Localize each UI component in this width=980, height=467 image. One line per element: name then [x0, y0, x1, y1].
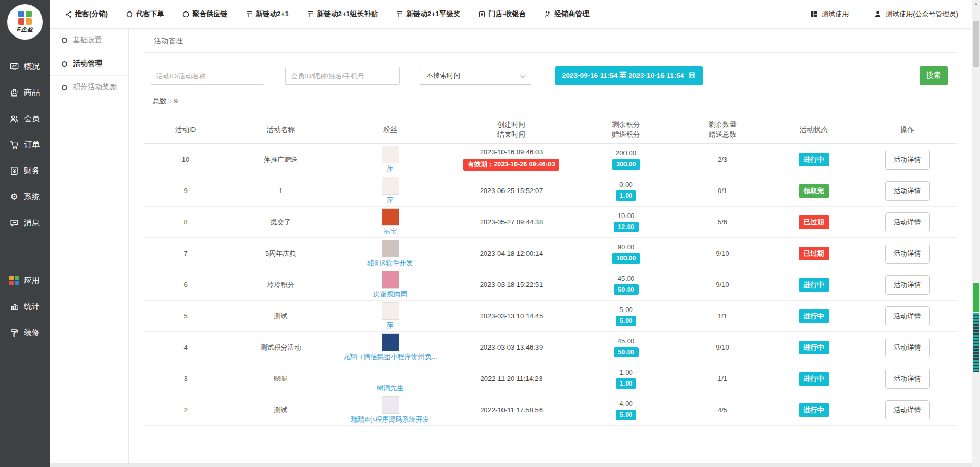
fan-avatar[interactable] — [382, 302, 399, 320]
action-cell: 活动详情 — [858, 338, 957, 357]
top-nav-item[interactable]: 门店-收银台 — [478, 9, 526, 19]
total-count-label: 总数： — [153, 97, 174, 105]
activity-detail-button[interactable]: 活动详情 — [885, 400, 930, 420]
quantity-cell: 0/1 — [676, 187, 769, 195]
activity-id-cell: 5 — [144, 312, 227, 320]
scrollbar-thumb[interactable] — [973, 21, 979, 67]
sidebar-item-消息[interactable]: 消息 — [0, 210, 50, 236]
activity-id-cell: 2 — [144, 406, 227, 414]
fan-avatar[interactable] — [382, 177, 399, 195]
activity-search-input[interactable] — [151, 67, 264, 85]
sidebar-label: 商品 — [24, 88, 40, 98]
fan-avatar[interactable] — [382, 146, 399, 163]
top-nav-item[interactable]: 新链动2+1组长补贴 — [307, 9, 378, 19]
status-cell: 已过期 — [769, 247, 858, 260]
sidebar-item-商品[interactable]: 商品 — [0, 79, 50, 105]
table-row: 10 萍推广赠送 萍 2023-10-16 09:46:03 有效期：2023-… — [144, 144, 957, 175]
main-content: 活动管理 不搜索时间 2023-09-16 11:54 至 2023-10-16… — [129, 29, 972, 463]
fan-name-link[interactable]: 树洞先生 — [377, 384, 404, 393]
column-header: 创建时间结束时间 — [446, 119, 577, 139]
activity-detail-button[interactable]: 活动详情 — [885, 244, 930, 264]
fan-name-link[interactable]: 萍 — [387, 321, 394, 330]
subnav-item-基础设置[interactable]: 基础设置 — [50, 29, 128, 52]
workspace-switcher[interactable]: 测试使用 — [810, 9, 849, 19]
fan-name-link[interactable]: 瑞瑞#小程序源码系统开发 — [351, 415, 429, 424]
sidebar-item-统计[interactable]: 统计 — [0, 293, 50, 319]
sidebar-label: 消息 — [24, 218, 40, 228]
top-nav-item[interactable]: 推客(分销) — [65, 9, 108, 19]
share-icon — [65, 10, 72, 18]
date-range-button[interactable]: 2023-09-16 11:54 至 2023-10-16 11:54 — [555, 66, 703, 85]
top-nav-item[interactable]: 代客下单 — [126, 9, 164, 19]
fan-avatar[interactable] — [382, 271, 399, 289]
fan-name-link[interactable]: 龙翔（腾信集团小程序贵州负... — [344, 352, 437, 362]
fan-avatar[interactable] — [382, 240, 399, 257]
time-cell: 2023-04-18 12:00:14 — [446, 249, 577, 257]
sidebar-item-会员[interactable]: 会员 — [0, 105, 50, 131]
circle-icon — [182, 10, 190, 18]
action-cell: 活动详情 — [858, 150, 957, 170]
sidebar-item-装修[interactable]: 装修 — [0, 319, 50, 345]
brand-logo[interactable]: E企盈 — [7, 4, 43, 40]
gift-points-badge: 5.00 — [616, 316, 636, 326]
status-cell: 进行中 — [769, 341, 858, 354]
top-nav-item[interactable]: 新链动2+1 — [246, 9, 289, 19]
subnav-item-积分活动奖励[interactable]: 积分活动奖励 — [50, 76, 128, 99]
apps-grid-icon — [810, 10, 818, 18]
account-menu[interactable]: 测试使用(公众号管理员) — [874, 9, 958, 19]
sidebar-item-订单[interactable]: 订单 — [0, 131, 50, 158]
filter-bar: 不搜索时间 2023-09-16 11:54 至 2023-10-16 11:5… — [151, 66, 948, 85]
form-icon — [246, 10, 253, 18]
vertical-scrollbar[interactable]: ▲ — [972, 0, 980, 467]
status-cell: 领取完 — [769, 184, 858, 198]
status-badge: 进行中 — [799, 309, 829, 323]
column-header: 操作 — [858, 125, 957, 135]
top-nav-item[interactable]: 聚合供应链 — [182, 9, 228, 19]
fan-name-link[interactable]: 萍 — [387, 164, 394, 174]
activity-name-cell: 萍推广赠送 — [227, 155, 334, 164]
activity-detail-button[interactable]: 活动详情 — [885, 212, 930, 232]
form-icon — [396, 10, 403, 18]
validity-badge: 有效期：2023-10-26 09:46:03 — [463, 159, 559, 171]
fan-cell: 萍 — [334, 146, 446, 174]
time-filter-select[interactable]: 不搜索时间 — [420, 67, 531, 85]
fan-cell: 龙翔（腾信集团小程序贵州负... — [334, 333, 446, 362]
activity-detail-button[interactable]: 活动详情 — [885, 338, 930, 357]
subnav-item-活动管理[interactable]: 活动管理 — [50, 52, 128, 76]
top-nav-item[interactable]: 新链动2+1平级奖 — [396, 9, 460, 19]
points-cell: 45.00 50.00 — [577, 274, 676, 295]
fan-name-link[interactable]: 皮蛋瘦肉周 — [373, 290, 407, 299]
sidebar-item-系统[interactable]: ⚙ 系统 — [0, 184, 50, 210]
created-time: 2023-03-13 10:14:45 — [480, 312, 543, 320]
fan-name-link[interactable]: 骆阳&软件开发 — [368, 258, 413, 268]
fan-name-link[interactable]: 福宝 — [384, 227, 397, 236]
gift-points-badge: 5.00 — [616, 410, 636, 420]
form-icon — [307, 10, 314, 18]
search-button[interactable]: 搜索 — [920, 66, 948, 85]
sidebar-item-财务[interactable]: 财务 — [0, 158, 50, 184]
activity-detail-button[interactable]: 活动详情 — [885, 181, 930, 201]
activity-detail-button[interactable]: 活动详情 — [885, 306, 930, 326]
sidebar-item-概况[interactable]: 概况 — [0, 53, 50, 79]
table-row: 3 嗯呢 树洞先生 2022-11-20 11:14:23 1.00 1.00 … — [144, 363, 957, 394]
fan-avatar[interactable] — [382, 365, 399, 382]
gift-points-badge: 300.00 — [612, 159, 640, 170]
top-nav-item[interactable]: 经销商管理 — [544, 9, 590, 19]
fan-avatar[interactable] — [382, 396, 399, 414]
remaining-points: 90.00 — [618, 243, 635, 251]
activity-detail-button[interactable]: 活动详情 — [885, 150, 930, 170]
activity-detail-button[interactable]: 活动详情 — [885, 369, 930, 389]
member-search-input[interactable] — [285, 67, 400, 85]
fan-avatar[interactable] — [382, 333, 399, 351]
remaining-points: 10.00 — [618, 212, 635, 220]
activity-id-cell: 6 — [144, 281, 227, 289]
fan-avatar[interactable] — [382, 208, 399, 226]
sidebar-item-应用[interactable]: 应用 — [0, 267, 50, 293]
activity-detail-button[interactable]: 活动详情 — [885, 275, 930, 295]
time-filter-value: 不搜索时间 — [426, 71, 460, 80]
scrollbar-up-arrow[interactable]: ▲ — [972, 1, 980, 6]
activity-id-cell: 7 — [144, 249, 227, 257]
activity-name-cell: 嗯呢 — [227, 374, 334, 384]
fan-name-link[interactable]: 萍 — [387, 196, 394, 205]
system-icon: ⚙ — [9, 191, 19, 202]
